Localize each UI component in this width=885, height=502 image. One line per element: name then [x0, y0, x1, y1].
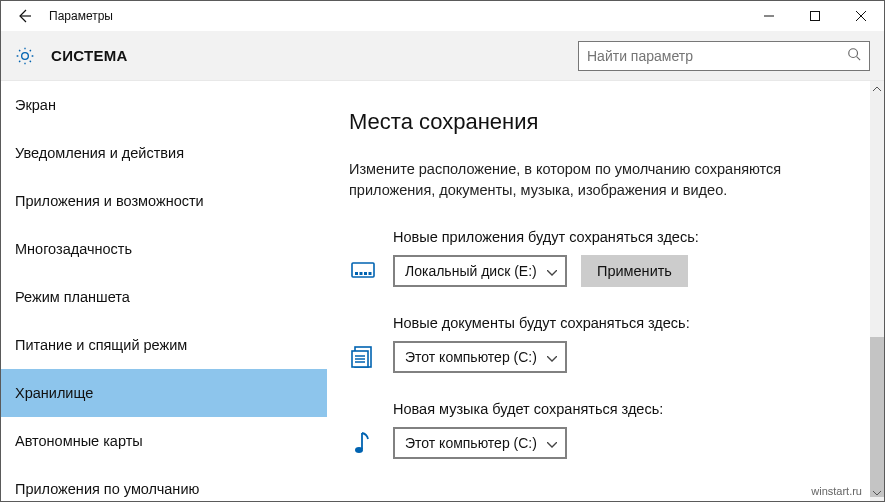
page-subtitle: Измените расположение, в котором по умол…: [349, 159, 789, 201]
window-title: Параметры: [49, 9, 113, 23]
dropdown-value: Этот компьютер (C:): [405, 349, 537, 365]
save-location-row-documents: Новые документы будут сохраняться здесь:…: [349, 315, 848, 373]
chevron-down-icon: [547, 263, 557, 279]
sidebar-item-label: Приложения и возможности: [15, 193, 204, 209]
scrollbar[interactable]: [870, 81, 884, 501]
documents-icon: [349, 346, 377, 368]
sidebar-item-offline-maps[interactable]: Автономные карты: [1, 417, 327, 465]
sidebar-item-display[interactable]: Экран: [1, 81, 327, 129]
sidebar-item-multitasking[interactable]: Многозадачность: [1, 225, 327, 273]
svg-rect-3: [355, 272, 358, 275]
svg-point-9: [355, 447, 363, 453]
documents-location-dropdown[interactable]: Этот компьютер (C:): [393, 341, 567, 373]
music-icon: [349, 431, 377, 455]
apps-icon: [349, 261, 377, 281]
sidebar: Экран Уведомления и действия Приложения …: [1, 81, 327, 501]
maximize-button[interactable]: [792, 1, 838, 31]
svg-rect-5: [364, 272, 367, 275]
sidebar-item-label: Многозадачность: [15, 241, 132, 257]
page-title: Места сохранения: [349, 109, 848, 135]
dropdown-value: Локальный диск (E:): [405, 263, 537, 279]
maximize-icon: [810, 11, 820, 21]
close-icon: [856, 11, 866, 21]
scroll-thumb[interactable]: [870, 337, 884, 497]
sidebar-item-default-apps[interactable]: Приложения по умолчанию: [1, 465, 327, 501]
sidebar-item-label: Уведомления и действия: [15, 145, 184, 161]
svg-rect-4: [360, 272, 363, 275]
section-title: СИСТЕМА: [51, 47, 128, 64]
svg-point-1: [849, 49, 858, 58]
watermark: winstart.ru: [811, 485, 862, 497]
chevron-down-icon: [547, 435, 557, 451]
sidebar-item-label: Экран: [15, 97, 56, 113]
sidebar-item-storage[interactable]: Хранилище: [1, 369, 327, 417]
apply-label: Применить: [597, 263, 672, 279]
row-label: Новые приложения будут сохраняться здесь…: [393, 229, 848, 245]
minimize-icon: [764, 11, 774, 21]
apply-button[interactable]: Применить: [581, 255, 688, 287]
svg-rect-6: [369, 272, 372, 275]
minimize-button[interactable]: [746, 1, 792, 31]
content-pane: Места сохранения Измените расположение, …: [327, 81, 884, 501]
sidebar-item-tablet-mode[interactable]: Режим планшета: [1, 273, 327, 321]
row-label: Новая музыка будет сохраняться здесь:: [393, 401, 848, 417]
sidebar-item-apps-features[interactable]: Приложения и возможности: [1, 177, 327, 225]
save-location-row-apps: Новые приложения будут сохраняться здесь…: [349, 229, 848, 287]
gear-icon: [15, 46, 35, 66]
sidebar-item-label: Автономные карты: [15, 433, 143, 449]
chevron-down-icon: [547, 349, 557, 365]
sidebar-item-label: Питание и спящий режим: [15, 337, 187, 353]
apps-location-dropdown[interactable]: Локальный диск (E:): [393, 255, 567, 287]
sidebar-item-notifications[interactable]: Уведомления и действия: [1, 129, 327, 177]
scroll-up-icon[interactable]: [870, 81, 884, 97]
search-icon: [847, 47, 861, 65]
dropdown-value: Этот компьютер (C:): [405, 435, 537, 451]
sidebar-item-label: Режим планшета: [15, 289, 130, 305]
header-bar: СИСТЕМА: [1, 31, 884, 81]
titlebar: Параметры: [1, 1, 884, 31]
music-location-dropdown[interactable]: Этот компьютер (C:): [393, 427, 567, 459]
sidebar-item-power-sleep[interactable]: Питание и спящий режим: [1, 321, 327, 369]
sidebar-item-label: Приложения по умолчанию: [15, 481, 199, 497]
row-controls: Этот компьютер (C:): [349, 427, 848, 459]
window-controls: [746, 1, 884, 31]
close-button[interactable]: [838, 1, 884, 31]
row-label: Новые документы будут сохраняться здесь:: [393, 315, 848, 331]
save-location-row-music: Новая музыка будет сохраняться здесь: Эт…: [349, 401, 848, 459]
body: Экран Уведомления и действия Приложения …: [1, 81, 884, 501]
back-button[interactable]: [1, 1, 47, 31]
search-input[interactable]: [587, 48, 847, 64]
search-box[interactable]: [578, 41, 870, 71]
svg-rect-0: [811, 12, 820, 21]
settings-window: Параметры СИСТЕМА Экран Увед: [0, 0, 885, 502]
sidebar-item-label: Хранилище: [15, 385, 93, 401]
row-controls: Локальный диск (E:) Применить: [349, 255, 848, 287]
row-controls: Этот компьютер (C:): [349, 341, 848, 373]
back-arrow-icon: [16, 8, 32, 24]
scroll-down-icon[interactable]: [870, 485, 884, 501]
